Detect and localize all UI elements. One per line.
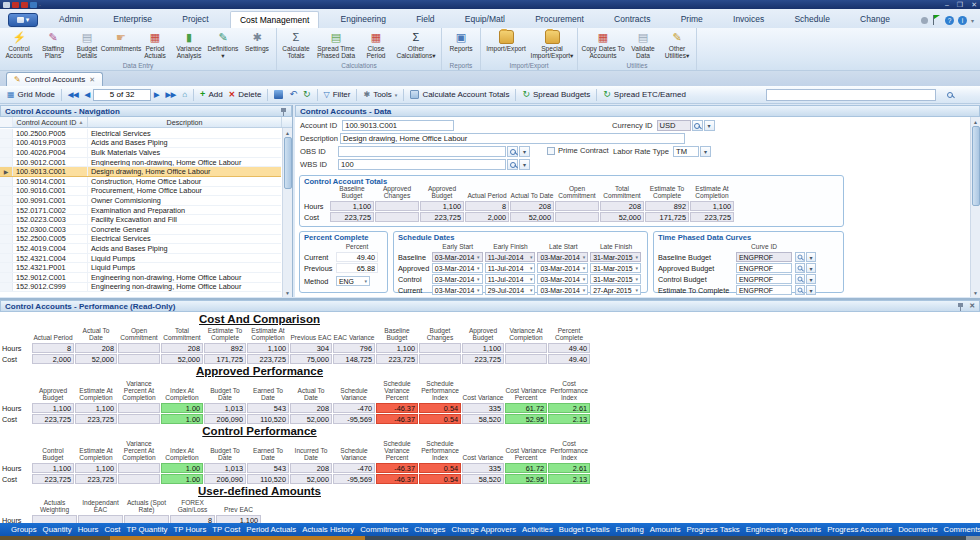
add-button[interactable]: +Add: [197, 90, 226, 99]
close-tab-icon[interactable]: ✕: [89, 76, 95, 84]
curve-id-field[interactable]: ENGPROF: [736, 285, 792, 295]
ribbon-button-budget-details[interactable]: ▤Budget Details: [70, 29, 104, 60]
ribbon-tab-cost-management[interactable]: Cost Management: [230, 11, 319, 28]
ribbon-button-commitments[interactable]: ☛Commitments: [104, 29, 138, 53]
date-select[interactable]: 03-Mar-2014▾: [432, 285, 483, 295]
wbs-id-field[interactable]: 100: [338, 159, 506, 170]
method-select[interactable]: ENG▾: [336, 276, 370, 286]
currency-id-field[interactable]: USD: [657, 120, 691, 131]
ribbon-button-copy-dates-to-accounts[interactable]: ▦Copy Dates To Accounts: [580, 29, 626, 60]
scroll-up-icon[interactable]: ▲: [283, 128, 293, 137]
ribbon-button-settings[interactable]: ✱Settings: [240, 29, 274, 53]
labor-rate-type-field[interactable]: TM: [673, 146, 699, 157]
delete-button[interactable]: ✕Delete: [226, 90, 265, 99]
ribbon-button-calculate-totals[interactable]: ΣCalculate Totals: [279, 29, 313, 60]
bottom-tab-cost[interactable]: Cost: [101, 524, 123, 535]
doc-tab-control-accounts[interactable]: ✎ Control Accounts ✕: [6, 72, 103, 86]
bottom-tab-commitments[interactable]: Commitments: [357, 524, 411, 535]
column-header-account-id[interactable]: Control Account ID▲: [13, 117, 88, 127]
bottom-tab-documents[interactable]: Documents: [895, 524, 940, 535]
save-button[interactable]: [271, 90, 286, 99]
grid-mode-button[interactable]: ▦Grid Mode: [4, 90, 58, 99]
date-select[interactable]: 03-Mar-2014▾: [537, 285, 588, 295]
bottom-tab-progress-tasks[interactable]: Progress Tasks: [684, 524, 743, 535]
nav-row[interactable]: 152.2500.C005Electrical Services: [0, 235, 281, 245]
curve-dropdown-button[interactable]: ▾: [806, 274, 816, 284]
bottom-tab-changes[interactable]: Changes: [411, 524, 448, 535]
scroll-thumb[interactable]: [284, 137, 292, 189]
close-panel-icon[interactable]: ✕: [969, 302, 975, 310]
bottom-tab-tp-hours[interactable]: TP Hours: [171, 524, 210, 535]
bottom-tab-actuals-history[interactable]: Actuals History: [299, 524, 357, 535]
bottom-tab-tp-quantity[interactable]: TP Quantity: [123, 524, 170, 535]
refresh-button[interactable]: ↻: [300, 90, 314, 99]
close-all-icon[interactable]: [21, 2, 28, 8]
record-indicator[interactable]: [93, 89, 151, 101]
curve-lookup-button[interactable]: [795, 252, 805, 262]
scroll-down-icon[interactable]: ▼: [971, 288, 980, 297]
curve-dropdown-button[interactable]: ▾: [806, 263, 816, 273]
bottom-tab-period-actuals[interactable]: Period Actuals: [243, 524, 299, 535]
date-select[interactable]: 31-Mar-2015▾: [590, 274, 641, 284]
home-button[interactable]: ⌂: [179, 90, 190, 99]
nav-row[interactable]: 152.4321.C004Liquid Pumps: [0, 254, 281, 264]
ribbon-tab-schedule[interactable]: Schedule: [785, 11, 838, 28]
refresh-icon[interactable]: [30, 2, 37, 8]
nav-row[interactable]: 100.4026.P004Bulk Materials Valves: [0, 148, 281, 158]
date-select[interactable]: 31-Mar-2015▾: [590, 252, 641, 262]
obs-lookup-button[interactable]: [507, 146, 518, 157]
ribbon-tab-change[interactable]: Change: [851, 11, 899, 28]
spread-etc-earned-button[interactable]: ↻Spread ETC/Earned: [600, 90, 689, 99]
date-select[interactable]: 03-Mar-2014▾: [432, 252, 483, 262]
search-input[interactable]: [766, 89, 936, 101]
ribbon-tab-equip-matl[interactable]: Equip/Matl: [456, 11, 514, 28]
chevron-down-icon[interactable]: ▾: [971, 17, 974, 24]
date-select[interactable]: 11-Jul-2014▾: [485, 252, 536, 262]
gear-icon[interactable]: [921, 17, 928, 24]
ribbon-tab-procurement[interactable]: Procurement: [526, 11, 593, 28]
nav-row[interactable]: 100.4019.P003Acids and Bases Piping: [0, 139, 281, 149]
ribbon-button-variance-analysis[interactable]: ▮Variance Analysis: [172, 29, 206, 60]
bottom-tab-quantity[interactable]: Quantity: [40, 524, 75, 535]
calculate-account-totals-button[interactable]: Calculate Account Totals: [407, 90, 512, 99]
ribbon-button-validate-data[interactable]: ▤Validate Data: [626, 29, 660, 60]
ribbon-button-spread-time-phased-data[interactable]: ▤Spread Time Phased Data: [313, 29, 359, 60]
nav-row[interactable]: 100.9016.C001Procurement, Home Office La…: [0, 187, 281, 197]
date-select[interactable]: 03-Mar-2014▾: [537, 252, 588, 262]
bottom-tab-comments[interactable]: Comments: [941, 524, 980, 535]
bottom-tab-tp-cost[interactable]: TP Cost: [209, 524, 243, 535]
scroll-up-icon[interactable]: ▲: [971, 117, 980, 126]
curve-id-field[interactable]: ENGPROF: [736, 252, 792, 262]
help-icon[interactable]: ?: [945, 16, 954, 25]
nav-row[interactable]: 152.0223.C003Facility Excavation and Fil…: [0, 215, 281, 225]
pin-icon[interactable]: [279, 107, 287, 116]
minimize-button[interactable]: –: [945, 1, 949, 9]
date-select[interactable]: 11-Jul-2014▾: [485, 274, 536, 284]
account-id-field[interactable]: 100.9013.C001: [342, 120, 454, 131]
ribbon-tab-engineering[interactable]: Engineering: [332, 11, 395, 28]
ribbon-tab-invoices[interactable]: Invoices: [724, 11, 773, 28]
undo-button[interactable]: ↶: [286, 90, 300, 99]
nav-row[interactable]: 152.0171.C002Examination and Preparation: [0, 206, 281, 216]
bottom-tab-funding[interactable]: Funding: [613, 524, 647, 535]
bottom-tab-budget-details[interactable]: Budget Details: [556, 524, 613, 535]
ribbon-button-close-period[interactable]: ▦Close Period: [359, 29, 393, 60]
curve-lookup-button[interactable]: [795, 263, 805, 273]
first-record-button[interactable]: ◀◀: [65, 90, 82, 99]
scroll-thumb[interactable]: [972, 126, 980, 206]
ribbon-button-other-utilities[interactable]: ✎Other Utilities▾: [660, 29, 694, 60]
ribbon-tab-project[interactable]: Project: [173, 11, 217, 28]
date-select[interactable]: 03-Mar-2014▾: [537, 263, 588, 273]
nav-row[interactable]: 152.9012.C999Engineering non-drawing, Ho…: [0, 283, 281, 293]
obs-id-field[interactable]: [338, 146, 506, 157]
nav-row[interactable]: 100.2500.P005Electrical Services: [0, 129, 281, 139]
ribbon-tab-contracts[interactable]: Contracts: [605, 11, 659, 28]
ribbon-button-other-calculations[interactable]: ΣOther Calculations▾: [393, 29, 439, 60]
bottom-tab-activities[interactable]: Activities: [519, 524, 556, 535]
ribbon-tab-admin[interactable]: Admin: [50, 11, 92, 28]
ribbon-button-definitions[interactable]: ✎Definitions ▾: [206, 29, 240, 60]
bottom-tab-amounts[interactable]: Amounts: [647, 524, 684, 535]
curve-lookup-button[interactable]: [795, 274, 805, 284]
ribbon-tab-prime[interactable]: Prime: [672, 11, 712, 28]
nav-row[interactable]: 100.9014.C001Construction, Home Office L…: [0, 177, 281, 187]
